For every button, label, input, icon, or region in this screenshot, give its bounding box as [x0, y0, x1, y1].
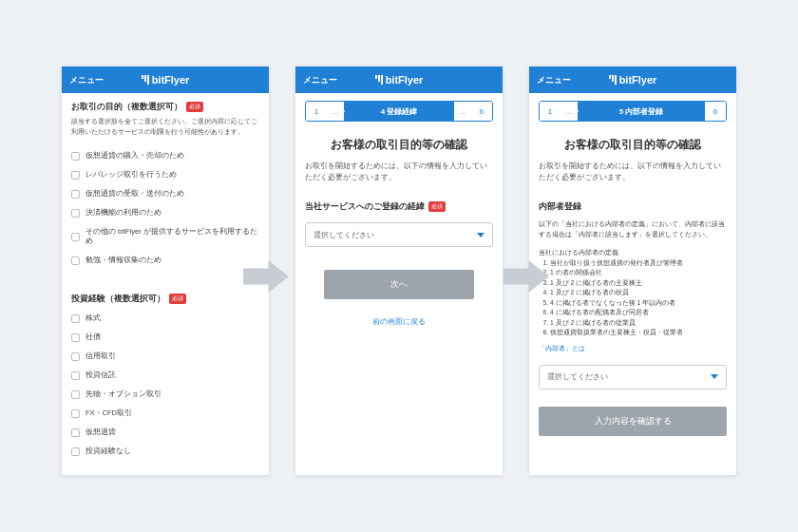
- checkbox-label: FX・CFD取引: [86, 408, 132, 418]
- menu-button[interactable]: メニュー: [537, 74, 571, 86]
- required-badge: 必須: [186, 102, 203, 112]
- checkbox-label: 決済機能の利用のため: [86, 208, 162, 218]
- step-active: 5 内部者登録: [578, 102, 705, 121]
- checkbox-icon: [71, 409, 80, 418]
- checkbox-label: 仮想通貨の受取・送付のため: [86, 189, 184, 199]
- brand-bars-icon: [142, 75, 149, 85]
- checkbox-option[interactable]: 仮想通貨の購入・売却のため: [71, 146, 259, 165]
- checkbox-icon: [71, 152, 80, 161]
- checkbox-option[interactable]: 仮想通貨: [71, 423, 259, 442]
- insider-def-item: 4 に掲げる者でなくなった後 1 年以内の者: [550, 298, 727, 309]
- checkbox-icon: [71, 190, 80, 199]
- checkbox-icon: [71, 256, 80, 265]
- insider-def-item: 1 及び 2 に掲げる者の従業員: [550, 318, 727, 329]
- checkbox-icon: [71, 428, 80, 437]
- insider-def-item: 当社が取り扱う仮想通貨の発行者及び管理者: [550, 258, 727, 269]
- checkbox-icon: [71, 371, 80, 380]
- checkbox-icon: [71, 352, 80, 361]
- checkbox-label: 投資信託: [86, 370, 116, 380]
- progress-stepper: 1 … 5 内部者登録 6: [539, 101, 727, 122]
- insider-def-item: 1 及び 2 に掲げる者の主要株主: [550, 278, 727, 289]
- checkbox-label: 株式: [86, 314, 101, 323]
- checkbox-option[interactable]: 決済機能の利用のため: [71, 203, 259, 222]
- insider-subhead: 内部者登録: [539, 200, 727, 213]
- chevron-down-icon: [477, 233, 484, 238]
- checkbox-option[interactable]: 株式: [71, 309, 259, 328]
- page-desc: お取引を開始するためには、以下の情報を入力していただく必要がございます。: [305, 161, 493, 183]
- checkbox-label: 勉強・情報収集のため: [86, 256, 162, 265]
- checkbox-label: 仮想通貨の購入・売却のため: [86, 151, 184, 161]
- checkbox-option[interactable]: 仮想通貨の受取・送付のため: [71, 184, 259, 203]
- route-select[interactable]: 選択してください: [305, 222, 493, 247]
- screen-1-purpose: メニュー bitFlyer お取引の目的（複数選択可） 必須 該当する選択肢を全…: [62, 66, 269, 475]
- page-desc: お取引を開始するためには、以下の情報を入力していただく必要がございます。: [539, 161, 727, 183]
- brand-bars-icon: [609, 75, 617, 85]
- screen-3-insider: メニュー bitFlyer 1 … 5 内部者登録 6 お客様の取引目的等の確認…: [529, 66, 736, 475]
- app-header: メニュー bitFlyer: [295, 66, 503, 93]
- step-dots: …: [454, 102, 471, 121]
- required-badge: 必須: [428, 201, 446, 212]
- checkbox-option[interactable]: 先物・オプション取引: [71, 385, 259, 404]
- menu-button[interactable]: メニュー: [303, 74, 337, 86]
- checkbox-icon: [71, 447, 80, 456]
- checkbox-option[interactable]: FX・CFD取引: [71, 404, 259, 423]
- page-title: お客様の取引目的等の確認: [539, 137, 727, 153]
- insider-def-list: 当社が取り扱う仮想通貨の発行者及び管理者1 の者の関係会社1 及び 2 に掲げる…: [539, 258, 727, 338]
- checkbox-icon: [71, 209, 80, 218]
- page-title: お客様の取引目的等の確認: [305, 137, 493, 153]
- required-badge: 必須: [169, 294, 186, 304]
- checkbox-option[interactable]: 投資経験なし: [71, 442, 259, 461]
- step-dots: …: [560, 102, 578, 121]
- checkbox-option[interactable]: 勉強・情報収集のため: [71, 251, 259, 270]
- checkbox-option[interactable]: 信用取引: [71, 347, 259, 366]
- step-1: 1: [306, 102, 327, 121]
- checkbox-label: 先物・オプション取引: [86, 390, 162, 399]
- insider-desc: 以下の「当社における内部者の定義」において、内部者に該当する場合は「内部者に該当…: [539, 218, 727, 239]
- step-6: 6: [705, 102, 726, 121]
- insider-def-item: 1 の者の関係会社: [550, 268, 727, 278]
- screen-2-registration-route: メニュー bitFlyer 1 … 4 登録経緯 … 6 お客様の取引目的等の確…: [295, 66, 503, 475]
- brand-bars-icon: [375, 75, 383, 85]
- step-1: 1: [540, 102, 560, 121]
- next-button[interactable]: 次へ: [324, 270, 474, 299]
- insider-def-item: 仮想通貨取扱業者の主要株主・役員・従業者: [550, 328, 727, 338]
- field-label-route: 当社サービスへのご登録の経緯 必須: [305, 200, 493, 213]
- insider-def-label: 当社における内部者の定義: [539, 247, 727, 257]
- select-placeholder: 選択してください: [547, 371, 608, 382]
- step-dots: …: [327, 102, 344, 121]
- progress-stepper: 1 … 4 登録経緯 … 6: [305, 101, 493, 122]
- section-title-experience: 投資経験（複数選択可） 必須: [71, 293, 259, 305]
- checkbox-icon: [71, 233, 80, 241]
- app-header: メニュー bitFlyer: [62, 66, 269, 93]
- checkbox-option[interactable]: 投資信託: [71, 366, 259, 385]
- checkbox-label: レバレッジ取引を行うため: [86, 170, 177, 180]
- checkbox-label: 仮想通貨: [86, 428, 116, 437]
- section-desc: 該当する選択肢を全てご選択ください。ご選択内容に応じてご利用いただけるサービスの…: [71, 117, 259, 137]
- chevron-down-icon: [711, 374, 718, 379]
- checkbox-label: その他の bitFlyer が提供するサービスを利用するため: [86, 227, 259, 246]
- checkbox-option[interactable]: その他の bitFlyer が提供するサービスを利用するため: [71, 222, 259, 251]
- checkbox-label: 社債: [86, 332, 101, 342]
- checkbox-icon: [71, 333, 80, 342]
- step-6: 6: [471, 102, 492, 121]
- checkbox-icon: [71, 390, 80, 399]
- checkbox-icon: [71, 171, 80, 180]
- back-link[interactable]: 前の画面に戻る: [305, 316, 493, 327]
- checkbox-option[interactable]: 社債: [71, 328, 259, 347]
- section-title-purpose: お取引の目的（複数選択可） 必須: [71, 101, 259, 113]
- insider-def-link[interactable]: 「内部者」とは: [539, 344, 727, 353]
- app-header: メニュー bitFlyer: [529, 66, 736, 93]
- insider-select[interactable]: 選択してください: [539, 365, 727, 390]
- step-active: 4 登録経緯: [344, 102, 454, 121]
- confirm-button[interactable]: 入力内容を確認する: [539, 407, 727, 436]
- checkbox-label: 投資経験なし: [86, 446, 131, 456]
- insider-def-item: 4 に掲げる者の配偶者及び同居者: [550, 308, 727, 318]
- checkbox-option[interactable]: レバレッジ取引を行うため: [71, 165, 259, 184]
- select-placeholder: 選択してください: [314, 230, 374, 240]
- menu-button[interactable]: メニュー: [69, 74, 104, 86]
- checkbox-label: 信用取引: [86, 352, 116, 361]
- insider-def-item: 1 及び 2 に掲げる者の役員: [550, 288, 727, 298]
- checkbox-icon: [71, 314, 80, 323]
